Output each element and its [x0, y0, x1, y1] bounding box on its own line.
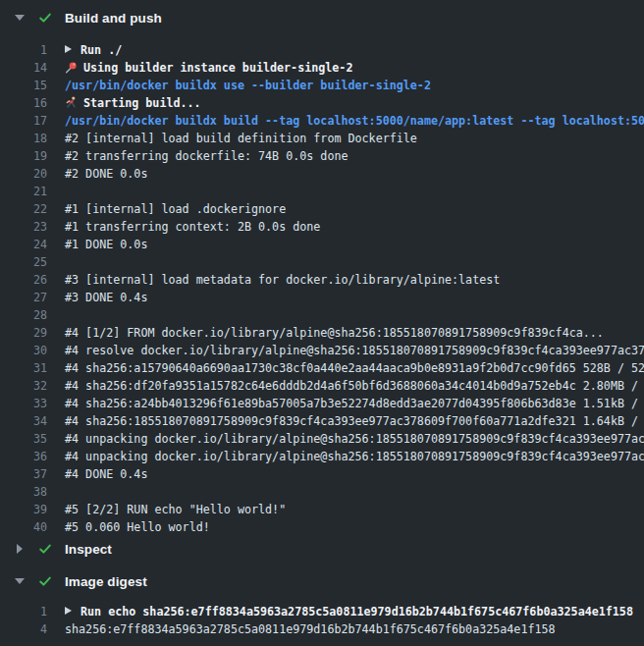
line-number[interactable]: 36 — [0, 448, 47, 465]
log-line: 29#4 [1/2] FROM docker.io/library/alpine… — [0, 324, 644, 342]
log-line: 35#4 unpacking docker.io/library/alpine@… — [0, 430, 644, 448]
section-image-digest: Image digest 1Run echo sha256:e7ff8834a5… — [0, 568, 644, 638]
chevron-down-icon[interactable] — [14, 12, 26, 24]
log-text: #4 unpacking docker.io/library/alpine@sh… — [65, 430, 644, 448]
check-success-icon — [37, 573, 53, 589]
log-text: #4 sha256:a15790640a6690aa1730c38cf0a440… — [65, 359, 644, 377]
log-line: 14Using builder instance builder-single-… — [0, 59, 644, 77]
line-number[interactable]: 17 — [0, 112, 47, 130]
line-number[interactable]: 27 — [0, 289, 47, 306]
line-number[interactable]: 23 — [0, 218, 47, 236]
log-line: 24#1 DONE 0.0s — [0, 236, 644, 253]
line-number[interactable]: 22 — [0, 200, 47, 218]
line-number[interactable]: 29 — [0, 324, 47, 342]
line-number[interactable]: 19 — [0, 147, 47, 165]
log-line: 19#2 transferring dockerfile: 74B 0.0s d… — [0, 147, 644, 165]
line-number[interactable]: 20 — [0, 165, 47, 183]
line-number[interactable]: 21 — [0, 183, 47, 200]
section-title: Inspect — [65, 542, 112, 557]
log-line: 27#3 DONE 0.4s — [0, 289, 644, 306]
line-number[interactable]: 34 — [0, 412, 47, 430]
log-line: 31#4 sha256:a15790640a6690aa1730c38cf0a4… — [0, 359, 644, 377]
log-text: #2 DONE 0.0s — [65, 165, 147, 183]
line-number[interactable]: 4 — [0, 620, 47, 638]
line-number[interactable]: 16 — [0, 94, 47, 112]
line-number[interactable]: 18 — [0, 130, 47, 147]
log-group-line[interactable]: Run echo sha256:e7ff8834a5963a2785c5a081… — [65, 603, 633, 620]
log-lines: 1Run ./14Using builder instance builder-… — [0, 41, 644, 536]
line-number[interactable]: 30 — [0, 342, 47, 359]
line-number[interactable]: 26 — [0, 271, 47, 289]
line-number[interactable]: 15 — [0, 77, 47, 94]
log-line: 16Starting build... — [0, 94, 644, 112]
log-text: #4 DONE 0.4s — [65, 465, 147, 483]
log-line: 37#4 DONE 0.4s — [0, 465, 644, 483]
log-line: 30#4 resolve docker.io/library/alpine@sh… — [0, 342, 644, 359]
expand-arrow-icon[interactable] — [65, 45, 72, 53]
log-text: #2 transferring dockerfile: 74B 0.0s don… — [65, 147, 349, 165]
line-number[interactable]: 1 — [0, 41, 47, 59]
log-text: Starting build... — [65, 94, 201, 112]
section-build-and-push: Build and push 1Run ./14Using builder in… — [0, 5, 644, 536]
log-text: /usr/bin/docker buildx build --tag local… — [65, 112, 644, 130]
log-text: /usr/bin/docker buildx use --builder bui… — [65, 77, 431, 94]
log-line: 33#4 sha256:a24bb4013296f61e89ba57005a7b… — [0, 395, 644, 412]
log-line: 40#5 0.060 Hello world! — [0, 518, 644, 536]
section-header-image-digest[interactable]: Image digest — [0, 568, 644, 594]
line-number[interactable]: 33 — [0, 395, 47, 412]
log-text: #4 [1/2] FROM docker.io/library/alpine@s… — [65, 324, 604, 342]
log-line: 39#5 [2/2] RUN echo "Hello world!" — [0, 501, 644, 518]
line-number[interactable]: 37 — [0, 465, 47, 483]
log-line: 28 — [0, 306, 644, 324]
log-text: #3 DONE 0.4s — [65, 289, 147, 306]
log-text: #2 [internal] load build definition from… — [65, 130, 417, 147]
section-header-build-and-push[interactable]: Build and push — [0, 5, 644, 30]
log-text: sha256:e7ff8834a5963a2785c5a0811e979d16b… — [65, 620, 556, 638]
log-line: 15/usr/bin/docker buildx use --builder b… — [0, 77, 644, 94]
line-number[interactable]: 1 — [0, 603, 47, 620]
line-number[interactable]: 35 — [0, 430, 47, 448]
log-text: #5 0.060 Hello world! — [65, 518, 210, 536]
log-text: #4 sha256:185518070891758909c9f839cf4ca3… — [65, 412, 644, 430]
log-line: 23#1 transferring context: 2B 0.0s done — [0, 218, 644, 236]
log-line: 18#2 [internal] load build definition fr… — [0, 130, 644, 147]
log-line: 17/usr/bin/docker buildx build --tag loc… — [0, 112, 644, 130]
log-text: #1 transferring context: 2B 0.0s done — [65, 218, 320, 236]
log-lines: 1Run echo sha256:e7ff8834a5963a2785c5a08… — [0, 603, 644, 638]
line-number[interactable]: 32 — [0, 377, 47, 395]
line-number[interactable]: 25 — [0, 253, 47, 271]
log-line: 4sha256:e7ff8834a5963a2785c5a0811e979d16… — [0, 620, 644, 638]
log-group-line[interactable]: Run ./ — [65, 41, 122, 59]
line-number[interactable]: 40 — [0, 518, 47, 536]
check-success-icon — [37, 541, 53, 557]
log-text: Using builder instance builder-single-2 — [65, 59, 352, 77]
log-text: #3 [internal] load metadata for docker.i… — [65, 271, 500, 289]
check-success-icon — [37, 10, 53, 26]
log-line: 32#4 sha256:df20fa9351a15782c64e6dddb2d4… — [0, 377, 644, 395]
log-text: #1 DONE 0.0s — [65, 236, 147, 253]
section-title: Build and push — [65, 11, 162, 26]
pushpin-icon — [65, 61, 78, 74]
log-line: 21 — [0, 183, 644, 200]
log-text: #4 unpacking docker.io/library/alpine@sh… — [65, 448, 644, 465]
line-number[interactable]: 31 — [0, 359, 47, 377]
line-number[interactable]: 38 — [0, 483, 47, 501]
section-header-inspect[interactable]: Inspect — [0, 536, 644, 562]
section-inspect: Inspect — [0, 536, 644, 562]
log-text: #4 sha256:df20fa9351a15782c64e6dddb2d4a6… — [65, 377, 644, 395]
line-number[interactable]: 28 — [0, 306, 47, 324]
section-title: Image digest — [65, 574, 147, 589]
log-line: 34#4 sha256:185518070891758909c9f839cf4c… — [0, 412, 644, 430]
log-text: #1 [internal] load .dockerignore — [65, 200, 286, 218]
line-number[interactable]: 14 — [0, 59, 47, 77]
runner-icon — [65, 96, 78, 109]
actions-log-viewer: Build and push 1Run ./14Using builder in… — [0, 0, 644, 646]
line-number[interactable]: 39 — [0, 501, 47, 518]
log-line: 36#4 unpacking docker.io/library/alpine@… — [0, 448, 644, 465]
log-line: 1Run echo sha256:e7ff8834a5963a2785c5a08… — [0, 603, 644, 620]
chevron-down-icon[interactable] — [14, 575, 26, 587]
log-text: #5 [2/2] RUN echo "Hello world!" — [65, 501, 286, 518]
line-number[interactable]: 24 — [0, 236, 47, 253]
chevron-right-icon[interactable] — [14, 543, 26, 555]
expand-arrow-icon[interactable] — [65, 607, 72, 615]
